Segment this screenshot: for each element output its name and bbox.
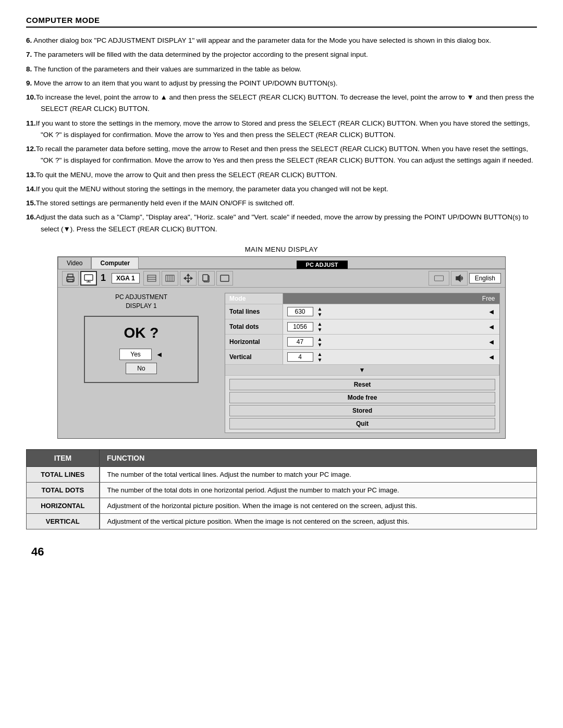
table-row: TOTAL DOTS The number of the total dots … [27, 482, 537, 498]
pattern1-icon[interactable] [143, 271, 160, 286]
stored-button[interactable]: Stored [229, 405, 495, 416]
horizontal-function: Adjustment of the horizontal picture pos… [100, 498, 537, 513]
vertical-value-cell: 4 ▲ ▼ [283, 349, 468, 364]
page-number: 46 [26, 545, 537, 559]
total-dots-item: TOTAL DOTS [27, 482, 100, 498]
horizontal-item: HORIZONTAL [27, 498, 100, 513]
instruction-13: 13.To quit the MENU, move the arrow to Q… [26, 169, 537, 181]
svg-rect-22 [434, 276, 443, 281]
pattern2-icon[interactable] [162, 271, 178, 286]
mode-label: Mode [225, 293, 283, 304]
instruction-12: 12.To recall the parameter data before s… [26, 143, 537, 167]
svg-marker-23 [456, 275, 460, 281]
svg-rect-2 [68, 279, 73, 282]
instruction-8: 8. The function of the parameters and th… [26, 64, 537, 75]
total-lines-item: TOTAL LINES [27, 466, 100, 482]
computer-icon[interactable] [80, 271, 97, 286]
adjustment-table: Mode Free Total lines 630 ▲ ▼ [225, 293, 499, 376]
main-menu-display-label: MAIN MENU DISPLAY [26, 245, 537, 253]
yes-button[interactable]: Yes [119, 349, 152, 360]
reset-button[interactable]: Reset [229, 379, 495, 390]
mode-value: Free [283, 293, 499, 304]
total-lines-value-cell: 630 ▲ ▼ [283, 304, 468, 319]
total-dots-arrows[interactable]: ▲ ▼ [317, 321, 323, 332]
col-item-header: ITEM [27, 449, 100, 466]
horizontal-value: 47 [287, 337, 313, 347]
horizontal-label: Horizontal [225, 334, 283, 349]
svg-marker-15 [187, 274, 189, 276]
svg-rect-20 [203, 275, 208, 281]
svg-rect-21 [221, 275, 229, 281]
total-lines-label: Total lines [225, 304, 283, 319]
ok-text: OK ? [95, 325, 187, 341]
english-button[interactable]: English [469, 273, 501, 283]
total-dots-function: The number of the total dots in one hori… [100, 482, 537, 498]
instruction-15: 15.The stored settings are permanently h… [26, 198, 537, 209]
col-function-header: FUNCTION [100, 449, 537, 466]
printer-icon[interactable] [62, 271, 79, 286]
instructions-block: 6. Another dialog box "PC ADJUSTMENT DIS… [26, 35, 537, 235]
svg-marker-18 [191, 277, 192, 279]
move-icon[interactable] [180, 271, 197, 286]
speaker-icon[interactable] [451, 271, 468, 286]
vertical-value: 4 [287, 352, 313, 362]
toolbar-row: 1 XGA 1 [58, 269, 505, 288]
total-dots-value-cell: 1056 ▲ ▼ [283, 319, 468, 334]
total-lines-value: 630 [287, 307, 313, 316]
horizontal-right-arrow[interactable]: ◄ [468, 334, 499, 349]
menu-tabs-bar: Video Computer PC ADJUST [58, 257, 505, 269]
vertical-right-arrow[interactable]: ◄ [468, 349, 499, 364]
yes-arrow-icon: ◄ [156, 350, 163, 359]
instruction-9: 9. Move the arrow to an item that you wa… [26, 78, 537, 89]
vertical-function: Adjustment of the vertical picture posit… [100, 513, 537, 529]
svg-rect-3 [84, 275, 93, 280]
vertical-item: VERTICAL [27, 513, 100, 529]
ok-buttons-row: Yes ◄ [95, 349, 187, 360]
pc-adjustment-display-label: PC ADJUSTMENTDISPLAY 1 [63, 293, 219, 311]
svg-marker-17 [184, 277, 186, 279]
ok-dialog: OK ? Yes ◄ No [84, 316, 199, 383]
total-lines-function: The number of the total vertical lines. … [100, 466, 537, 482]
tab-video[interactable]: Video [58, 257, 91, 269]
left-panel: PC ADJUSTMENTDISPLAY 1 OK ? Yes ◄ No [63, 293, 219, 433]
no-button[interactable]: No [126, 363, 157, 374]
table-row: Total dots 1056 ▲ ▼ ◄ [225, 319, 499, 334]
screen-icon[interactable] [216, 271, 233, 286]
blank-icon[interactable] [429, 271, 449, 286]
table-row: Vertical 4 ▲ ▼ ◄ [225, 349, 499, 364]
copy-icon[interactable] [198, 271, 215, 286]
table-row: VERTICAL Adjustment of the vertical pict… [27, 513, 537, 529]
content-area: PC ADJUSTMENTDISPLAY 1 OK ? Yes ◄ No [58, 288, 505, 438]
instruction-16: 16.Adjust the data such as a "Clamp", "D… [26, 212, 537, 235]
vertical-arrows[interactable]: ▲ ▼ [317, 351, 323, 363]
instruction-11: 11.If you want to store the settings in … [26, 118, 537, 141]
horizontal-arrows[interactable]: ▲ ▼ [317, 336, 323, 348]
mode-free-button[interactable]: Mode free [229, 392, 495, 403]
vertical-label: Vertical [225, 349, 283, 364]
table-row: HORIZONTAL Adjustment of the horizontal … [27, 498, 537, 513]
horizontal-value-cell: 47 ▲ ▼ [283, 334, 468, 349]
instruction-7: 7. The parameters will be filled with th… [26, 49, 537, 60]
total-dots-label: Total dots [225, 319, 283, 334]
mode-number: 1 [101, 273, 106, 283]
instruction-10: 10.To increase the level, point the arro… [26, 92, 537, 115]
function-table: ITEM FUNCTION TOTAL LINES The number of … [26, 449, 537, 529]
quit-button[interactable]: Quit [229, 418, 495, 429]
total-lines-arrows[interactable]: ▲ ▼ [317, 306, 323, 317]
right-panel: Mode Free Total lines 630 ▲ ▼ [225, 293, 500, 433]
section-title: COMPUTER MODE [26, 16, 537, 28]
mode-row: Mode Free [225, 293, 499, 304]
no-button-row: No [95, 363, 187, 374]
total-lines-right-arrow[interactable]: ◄ [468, 304, 499, 319]
action-buttons: Reset Mode free Stored Quit [225, 376, 499, 433]
scroll-down-row: ▼ [225, 364, 499, 375]
total-dots-right-arrow[interactable]: ◄ [468, 319, 499, 334]
xga-label[interactable]: XGA 1 [112, 273, 140, 283]
svg-marker-16 [187, 281, 189, 282]
svg-rect-6 [148, 275, 156, 281]
menu-display-area: Video Computer PC ADJUST [57, 256, 506, 439]
tab-computer[interactable]: Computer [91, 257, 139, 269]
table-row: Total lines 630 ▲ ▼ ◄ [225, 304, 499, 319]
scroll-down-icon[interactable]: ▼ [359, 366, 365, 374]
table-row: TOTAL LINES The number of the total vert… [27, 466, 537, 482]
